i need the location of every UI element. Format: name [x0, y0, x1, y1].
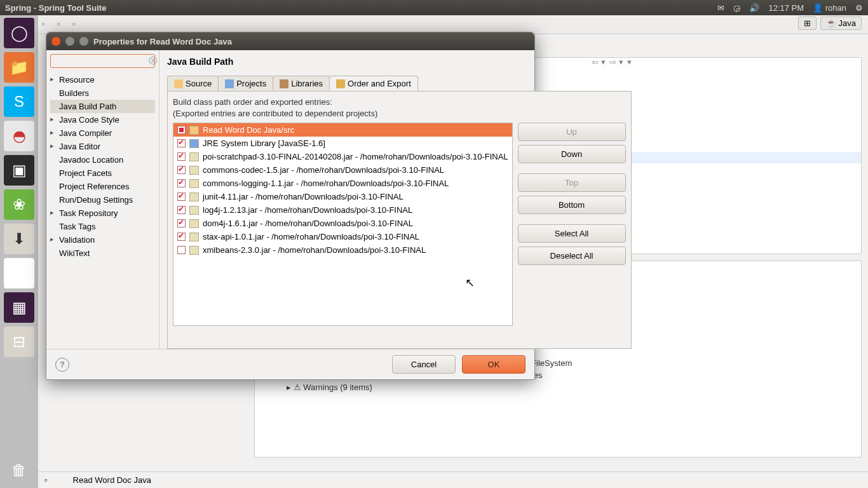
back-icon[interactable]: ⇦ ▾: [592, 57, 606, 67]
nav-item[interactable]: Project Facets: [50, 166, 155, 180]
export-checkbox[interactable]: [177, 139, 186, 147]
order-entry[interactable]: Read Word Doc Java/src: [173, 123, 512, 137]
order-entry[interactable]: JRE System Library [JavaSE-1.6]: [173, 137, 512, 150]
files-icon[interactable]: 📁: [4, 52, 34, 83]
trash-icon[interactable]: 🗑: [4, 455, 34, 485]
top-button[interactable]: Top: [518, 173, 626, 192]
minimize-icon[interactable]: [65, 37, 74, 46]
bottom-button[interactable]: Bottom: [518, 196, 626, 214]
nav-item[interactable]: Java Code Style: [50, 113, 155, 126]
nav-item[interactable]: Builders: [50, 86, 155, 100]
tool-icon[interactable]: ▫: [42, 19, 53, 30]
entry-label: log4j-1.2.13.jar - /home/rohan/Downloads…: [203, 205, 412, 215]
nav-item[interactable]: Resource: [50, 73, 155, 86]
ok-button[interactable]: OK: [462, 355, 526, 374]
entry-label: commons-logging-1.1.jar - /home/rohan/Do…: [203, 179, 449, 188]
disk-icon[interactable]: ⊟: [4, 327, 34, 357]
dialog-titlebar[interactable]: Properties for Read Word Doc Java: [46, 32, 534, 50]
export-checkbox[interactable]: [177, 246, 186, 254]
jar-icon: [189, 246, 199, 255]
down-button[interactable]: Down: [518, 145, 626, 163]
filter-input[interactable]: [53, 57, 149, 65]
help-icon[interactable]: ?: [55, 358, 69, 372]
entry-label: dom4j-1.6.1.jar - /home/rohan/Downloads/…: [203, 219, 413, 228]
spring-icon[interactable]: ❀: [4, 189, 34, 220]
entry-label: commons-codec-1.5.jar - /home/rohan/Down…: [203, 165, 444, 175]
export-checkbox[interactable]: [177, 166, 186, 174]
maximize-icon[interactable]: [79, 37, 88, 46]
workspace-icon[interactable]: ▦: [4, 292, 34, 323]
dash-icon[interactable]: ◯: [4, 18, 34, 48]
tool-icon[interactable]: ▫: [72, 19, 84, 30]
pdf-icon[interactable]: ◓: [4, 121, 34, 151]
jar-icon: [189, 166, 199, 175]
tab-order-export[interactable]: Order and Export: [329, 76, 418, 91]
forward-icon[interactable]: ⇨ ▾: [609, 57, 623, 67]
nav-item[interactable]: WikiText: [50, 247, 155, 260]
clock[interactable]: 12:17 PM: [768, 3, 804, 13]
order-entry[interactable]: log4j-1.2.13.jar - /home/rohan/Downloads…: [173, 203, 512, 217]
export-checkbox[interactable]: [177, 233, 186, 241]
close-icon[interactable]: [51, 37, 60, 46]
select-all-button[interactable]: Select All: [518, 224, 626, 243]
order-entry[interactable]: commons-logging-1.1.jar - /home/rohan/Do…: [173, 177, 512, 190]
export-checkbox[interactable]: [177, 126, 186, 134]
export-checkbox[interactable]: [177, 219, 186, 227]
update-icon[interactable]: ⬇: [4, 224, 34, 254]
up-button[interactable]: Up: [518, 123, 626, 141]
unity-launcher: ◯ 📁 S ◓ ▣ ❀ ⬇ ◉ ▦ ⊟ 🗑: [0, 15, 38, 488]
cancel-button[interactable]: Cancel: [392, 355, 456, 374]
nav-item[interactable]: Javadoc Location: [50, 153, 155, 166]
nav-item[interactable]: Validation: [50, 233, 155, 247]
nav-item[interactable]: Java Editor: [50, 140, 155, 153]
nav-item[interactable]: Task Repository: [50, 207, 155, 220]
user-menu[interactable]: 👤 rohan: [813, 3, 846, 13]
tab-source[interactable]: Source: [167, 76, 219, 91]
entry-label: poi-scratchpad-3.10-FINAL-20140208.jar -…: [203, 152, 508, 161]
terminal-icon[interactable]: ▣: [4, 155, 34, 186]
nav-item[interactable]: Task Tags: [50, 220, 155, 233]
entry-label: xmlbeans-2.3.0.jar - /home/rohan/Downloa…: [203, 245, 426, 255]
perspective-switcher: ⊞ ☕Java: [798, 17, 862, 30]
chrome-icon[interactable]: ◉: [4, 258, 34, 288]
tab-projects[interactable]: Projects: [218, 76, 273, 91]
properties-dialog: Properties for Read Word Doc Java ⓧ Reso…: [46, 32, 535, 380]
nav-item[interactable]: Java Compiler: [50, 126, 155, 140]
menu-icon[interactable]: ▾: [627, 57, 632, 67]
volume-icon[interactable]: 🔊: [749, 3, 759, 13]
order-entry[interactable]: commons-codec-1.5.jar - /home/rohan/Down…: [173, 163, 512, 177]
order-entry[interactable]: junit-4.11.jar - /home/rohan/Downloads/p…: [173, 190, 512, 203]
deselect-all-button[interactable]: Deselect All: [518, 247, 626, 265]
show-view-icon[interactable]: ▫: [44, 475, 48, 485]
export-checkbox[interactable]: [177, 193, 186, 201]
order-entry[interactable]: xmlbeans-2.3.0.jar - /home/rohan/Downloa…: [173, 243, 512, 257]
clear-filter-icon[interactable]: ⓧ: [149, 55, 157, 67]
library-icon: [189, 139, 199, 148]
export-checkbox[interactable]: [177, 152, 186, 161]
status-bar: ▫ Read Word Doc Java: [38, 471, 868, 488]
export-checkbox[interactable]: [177, 179, 186, 187]
order-entry[interactable]: stax-api-1.0.1.jar - /home/rohan/Downloa…: [173, 230, 512, 243]
filter-box[interactable]: ⓧ: [50, 54, 155, 68]
java-perspective-button[interactable]: ☕Java: [820, 17, 862, 30]
warnings-node[interactable]: ▸ ⚠ Warnings (9 items): [261, 381, 855, 393]
package-folder-icon: [189, 126, 199, 135]
tab-libraries[interactable]: Libraries: [273, 76, 330, 91]
entry-label: stax-api-1.0.1.jar - /home/rohan/Downloa…: [203, 232, 419, 241]
entry-label: junit-4.11.jar - /home/rohan/Downloads/p…: [203, 192, 403, 201]
nav-item[interactable]: Java Build Path: [50, 100, 155, 113]
mail-icon[interactable]: ✉: [717, 3, 724, 13]
entry-label: JRE System Library [JavaSE-1.6]: [203, 139, 325, 148]
export-checkbox[interactable]: [177, 206, 186, 214]
wifi-icon[interactable]: ◶: [733, 3, 740, 13]
gear-icon[interactable]: ⚙: [855, 3, 863, 13]
nav-item[interactable]: Project References: [50, 180, 155, 193]
open-perspective-button[interactable]: ⊞: [798, 17, 817, 30]
order-entry[interactable]: dom4j-1.6.1.jar - /home/rohan/Downloads/…: [173, 217, 512, 230]
tool-icon[interactable]: ▫: [57, 19, 69, 30]
status-project: Read Word Doc Java: [73, 475, 151, 485]
order-entry[interactable]: poi-scratchpad-3.10-FINAL-20140208.jar -…: [173, 150, 512, 163]
nav-item[interactable]: Run/Debug Settings: [50, 193, 155, 207]
skype-icon[interactable]: S: [4, 86, 34, 117]
order-list[interactable]: Read Word Doc Java/srcJRE System Library…: [173, 123, 513, 326]
